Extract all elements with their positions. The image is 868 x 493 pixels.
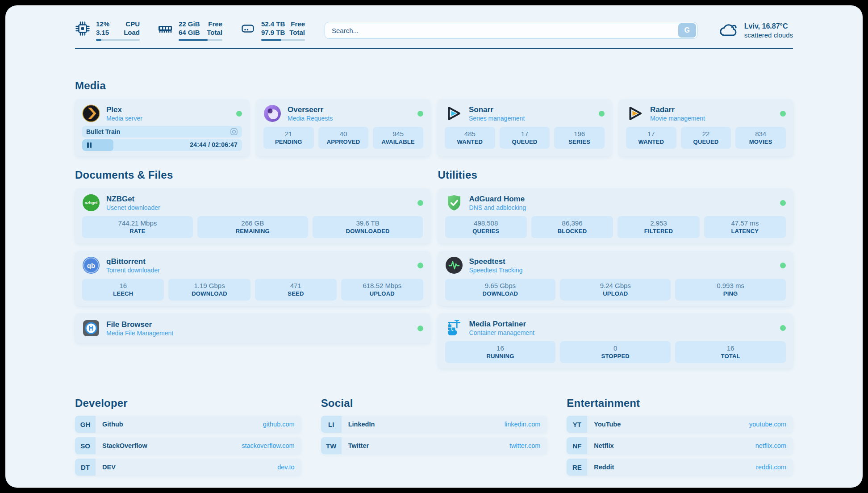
- link-url: stackoverflow.com: [242, 442, 294, 449]
- weather-widget[interactable]: Lviv, 16.87°C scattered clouds: [718, 21, 793, 39]
- now-playing-title: Bullet Train: [86, 128, 120, 135]
- cpu-label-bottom: Load: [124, 28, 140, 37]
- app-card-overseerr[interactable]: Overseerr Media Requests 21 PENDING 40 A…: [256, 99, 430, 156]
- link-url: twitter.com: [509, 442, 540, 449]
- cpu-load-value: 3.15: [96, 28, 109, 37]
- cpu-percent: 12%: [96, 20, 109, 28]
- stat-download: 1.19 Gbps DOWNLOAD: [168, 279, 250, 301]
- ram-total-value: 64 GiB: [179, 28, 200, 37]
- stat-total: 16 TOTAL: [675, 341, 786, 363]
- link-netflix[interactable]: NF Netflix netflix.com: [567, 437, 793, 454]
- stat-stopped: 0 STOPPED: [560, 341, 671, 363]
- app-card-sonarr[interactable]: Sonarr Series management 485 WANTED 17 Q…: [438, 99, 612, 156]
- app-card-adguard[interactable]: AdGuard Home DNS and adblocking 498,508 …: [438, 188, 793, 243]
- link-url: github.com: [263, 421, 295, 428]
- status-dot: [236, 111, 242, 117]
- speedtest-icon: [445, 256, 463, 274]
- link-dev[interactable]: DT DEV dev.to: [75, 459, 301, 476]
- stat-movies: 834 MOVIES: [735, 127, 786, 149]
- link-name: LinkedIn: [348, 421, 375, 428]
- qbittorrent-icon: qb: [82, 256, 100, 274]
- link-twitter[interactable]: TW Twitter twitter.com: [321, 437, 547, 454]
- app-description: Speedtest Tracking: [469, 266, 523, 274]
- app-name: Overseerr: [288, 105, 333, 114]
- status-dot: [780, 263, 786, 268]
- link-name: StackOverflow: [102, 442, 147, 449]
- ram-bar: [179, 39, 222, 41]
- disk-label-bottom: Total: [289, 28, 305, 37]
- playback-progress-bar: 24:44 / 02:06:47: [82, 139, 242, 151]
- app-card-qbittorrent[interactable]: qb qBittorrent Torrent downloader 16 LEE…: [75, 251, 430, 306]
- app-description: DNS and adblocking: [469, 204, 526, 212]
- link-url: reddit.com: [756, 464, 786, 471]
- status-dot: [780, 200, 786, 206]
- app-card-radarr[interactable]: Radarr Movie management 17 WANTED 22 QUE…: [619, 99, 793, 156]
- link-abbr: GH: [75, 416, 96, 433]
- search-input[interactable]: [325, 22, 697, 39]
- link-url: linkedin.com: [505, 421, 541, 428]
- link-name: Reddit: [594, 464, 614, 471]
- app-name: File Browser: [106, 320, 173, 329]
- link-name: YouTube: [594, 421, 621, 428]
- link-url: youtube.com: [749, 421, 786, 428]
- app-description: Torrent downloader: [106, 266, 160, 274]
- stat-ping: 0.993 ms PING: [675, 279, 786, 301]
- disk-stat: 52.4 TB 97.9 TB Free Total: [240, 20, 305, 41]
- link-stackoverflow[interactable]: SO StackOverflow stackoverflow.com: [75, 437, 301, 454]
- nzbget-icon: nzbget: [82, 194, 100, 212]
- status-dot: [417, 326, 423, 331]
- status-dot: [780, 325, 786, 331]
- section-title-developer: Developer: [75, 397, 301, 409]
- app-card-plex[interactable]: Plex Media server Bullet Train: [75, 99, 249, 156]
- app-card-portainer[interactable]: Media Portainer Container management 16 …: [438, 313, 793, 368]
- app-name: Plex: [106, 105, 142, 114]
- app-name: qBittorrent: [106, 257, 160, 266]
- dashboard-panel: 12% 3.15 CPU Load: [5, 5, 863, 488]
- ram-bar-fill: [179, 39, 208, 41]
- stat-download: 9.65 Gbps DOWNLOAD: [445, 279, 556, 301]
- link-abbr: TW: [321, 437, 342, 454]
- link-abbr: NF: [567, 437, 587, 454]
- svg-text:qb: qb: [87, 262, 95, 269]
- link-url: dev.to: [277, 464, 294, 471]
- stat-remaining: 266 GB REMAINING: [197, 216, 308, 238]
- link-youtube[interactable]: YT YouTube youtube.com: [567, 416, 793, 433]
- stat-queued: 17 QUEUED: [500, 127, 550, 149]
- ram-stat: 22 GiB 64 GiB Free Total: [158, 20, 222, 41]
- cpu-label-top: CPU: [124, 20, 140, 28]
- section-title-social: Social: [321, 397, 547, 409]
- links-social: Social LI LinkedIn linkedin.com TW Twitt…: [321, 397, 547, 454]
- disk-label-top: Free: [289, 20, 305, 28]
- cpu-bar: [96, 39, 140, 41]
- stat-filtered: 2,953 FILTERED: [618, 216, 699, 238]
- link-reddit[interactable]: RE Reddit reddit.com: [567, 459, 793, 476]
- stat-wanted: 485 WANTED: [445, 127, 495, 149]
- link-abbr: RE: [567, 459, 587, 476]
- search-bar: G: [325, 22, 697, 39]
- now-playing-row: Bullet Train: [82, 126, 242, 138]
- adguard-icon: [445, 194, 463, 212]
- link-linkedin[interactable]: LI LinkedIn linkedin.com: [321, 416, 547, 433]
- stat-blocked: 86,396 BLOCKED: [531, 216, 613, 238]
- link-abbr: YT: [567, 416, 587, 433]
- stat-leech: 16 LEECH: [82, 279, 164, 301]
- link-name: Netflix: [594, 442, 613, 449]
- status-dot: [417, 263, 423, 268]
- app-card-nzbget[interactable]: nzbget NZBGet Usenet downloader 744.21 M…: [75, 188, 430, 243]
- disk-free-value: 52.4 TB: [261, 20, 285, 28]
- playback-time: 24:44 / 02:06:47: [190, 141, 238, 148]
- app-card-speedtest[interactable]: Speedtest Speedtest Tracking 9.65 Gbps D…: [438, 251, 793, 306]
- stat-latency: 47.57 ms LATENCY: [704, 216, 786, 238]
- system-stats: 12% 3.15 CPU Load: [75, 20, 305, 41]
- link-github[interactable]: GH Github github.com: [75, 416, 301, 433]
- app-name: NZBGet: [106, 194, 160, 204]
- app-description: Usenet downloader: [106, 204, 160, 212]
- stat-queries: 498,508 QUERIES: [445, 216, 527, 238]
- stat-running: 16 RUNNING: [445, 341, 556, 363]
- link-abbr: DT: [75, 459, 96, 476]
- app-name: Media Portainer: [469, 319, 534, 329]
- app-card-filebrowser[interactable]: File Browser Media File Management: [75, 313, 430, 343]
- weather-location-temp: Lviv, 16.87°C: [744, 21, 793, 31]
- search-provider-button[interactable]: G: [678, 23, 696, 38]
- section-title-media: Media: [75, 79, 793, 92]
